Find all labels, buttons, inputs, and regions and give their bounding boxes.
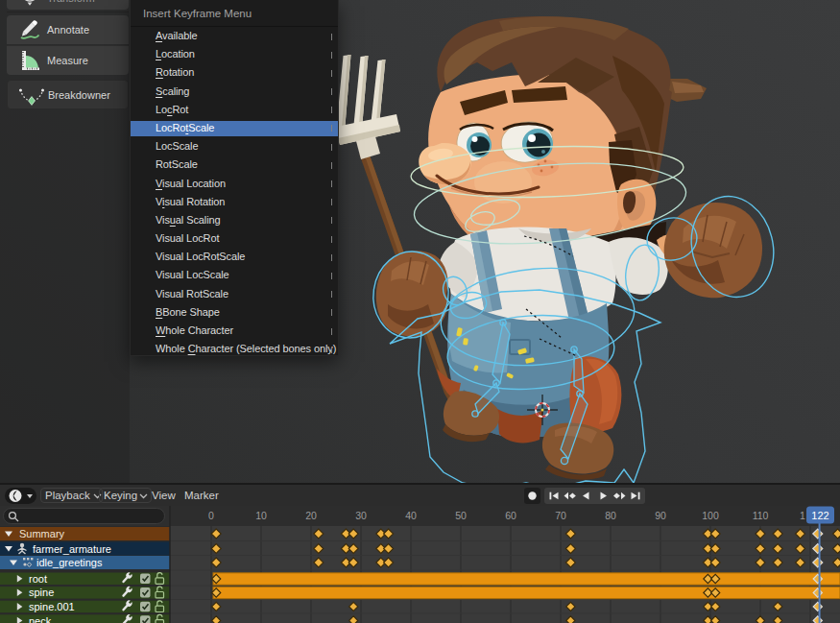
svg-text:122: 122 xyxy=(811,510,828,521)
svg-text:40: 40 xyxy=(405,510,417,521)
svg-text:Summary: Summary xyxy=(19,528,65,539)
svg-text:neck: neck xyxy=(29,615,52,623)
svg-text:spine: spine xyxy=(29,587,54,598)
svg-text:60: 60 xyxy=(505,510,516,521)
svg-text:50: 50 xyxy=(455,510,467,521)
svg-text:0: 0 xyxy=(208,510,214,521)
svg-text:idle_greetings: idle_greetings xyxy=(36,557,103,568)
svg-text:root: root xyxy=(29,573,47,585)
svg-text:1: 1 xyxy=(800,510,805,521)
svg-text:20: 20 xyxy=(305,510,317,521)
svg-text:10: 10 xyxy=(255,510,267,521)
svg-text:30: 30 xyxy=(355,510,367,521)
svg-text:spine.001: spine.001 xyxy=(29,601,75,612)
svg-text:100: 100 xyxy=(702,510,719,521)
svg-text:70: 70 xyxy=(555,510,566,521)
svg-text:80: 80 xyxy=(605,510,616,521)
svg-text:farmer_armature: farmer_armature xyxy=(33,543,111,555)
svg-text:110: 110 xyxy=(753,510,769,521)
svg-text:90: 90 xyxy=(655,510,666,521)
